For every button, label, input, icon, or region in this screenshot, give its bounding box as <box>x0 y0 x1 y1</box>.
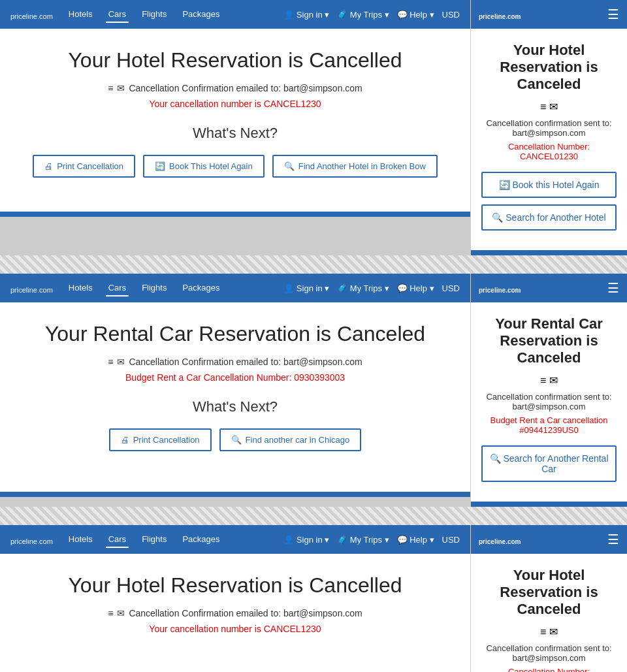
section2-mobile-blue-bar <box>471 502 627 507</box>
nav-hotels-3[interactable]: Hotels <box>66 532 95 548</box>
desktop-navbar-3: priceline.com Hotels Cars Flights Packag… <box>0 525 470 554</box>
section2-mobile-content: Your Rental Car Reservation is Canceled … <box>471 302 627 502</box>
mobile-logo-2[interactable]: priceline.com <box>479 281 521 296</box>
nav-packages-2[interactable]: Packages <box>180 280 222 296</box>
mobile-logo-1[interactable]: priceline.com <box>479 7 521 22</box>
section3: priceline.com Hotels Cars Flights Packag… <box>0 525 627 672</box>
section3-spacer <box>13 650 457 672</box>
print-icon-1: 🖨 <box>44 161 53 171</box>
signin-1[interactable]: 👤 Sign in ▾ <box>283 10 329 20</box>
section2-mobile-cancel: Budget Rent a Car cancellation #09441239… <box>481 415 617 435</box>
help-1[interactable]: 💬 Help ▾ <box>397 10 434 20</box>
section1-desktop-content: Your Hotel Reservation is Cancelled ≡ ✉ … <box>0 29 470 212</box>
nav-flights-3[interactable]: Flights <box>139 532 169 548</box>
signin-3[interactable]: 👤 Sign in ▾ <box>283 535 329 545</box>
mobile-navbar-2: priceline.com ☰ <box>471 274 627 302</box>
section3-mobile: priceline.com ☰ Your Hotel Reservation i… <box>470 525 627 672</box>
section2-blue-bar <box>0 492 470 497</box>
section1-btn-book[interactable]: 🔄 Book This Hotel Again <box>143 155 265 178</box>
section1-desktop: priceline.com Hotels Cars Flights Packag… <box>0 0 470 255</box>
hamburger-icon-3[interactable]: ☰ <box>607 532 619 547</box>
mytrips-2[interactable]: 🧳 My Trips ▾ <box>337 283 389 293</box>
nav-cars-3[interactable]: Cars <box>106 532 129 548</box>
section1-mobile-btn-search[interactable]: 🔍 Search for Another Hotel <box>481 204 617 231</box>
section2-mobile-title: Your Rental Car Reservation is Canceled <box>481 315 617 366</box>
lines-icon-2: ≡ <box>108 357 113 367</box>
section2-buttons: 🖨 Print Cancellation 🔍 Find another car … <box>13 428 457 451</box>
search-icon-1: 🔍 <box>284 161 295 171</box>
section1-mobile-title: Your Hotel Reservation is Canceled <box>481 42 617 93</box>
nav-cars-2[interactable]: Cars <box>106 280 129 296</box>
section2-btn-print[interactable]: 🖨 Print Cancellation <box>109 428 212 451</box>
mobile-navbar-3: priceline.com ☰ <box>471 525 627 554</box>
nav-right-2: 👤 Sign in ▾ 🧳 My Trips ▾ 💬 Help ▾ USD <box>283 283 460 293</box>
currency-1[interactable]: USD <box>442 10 460 20</box>
hamburger-icon-1[interactable]: ☰ <box>607 7 619 22</box>
help-3[interactable]: 💬 Help ▾ <box>397 535 434 545</box>
section2: priceline.com Hotels Cars Flights Packag… <box>0 274 627 507</box>
email-icon-m2: ✉ <box>549 375 558 386</box>
hamburger-icon-2[interactable]: ☰ <box>607 280 619 296</box>
search-icon-2: 🔍 <box>231 435 242 445</box>
section1: priceline.com Hotels Cars Flights Packag… <box>0 0 627 255</box>
section2-desktop-content: Your Rental Car Reservation is Canceled … <box>0 302 470 492</box>
search-icon-m1: 🔍 <box>492 212 503 223</box>
print-icon-2: 🖨 <box>121 435 129 445</box>
section3-cancel-num: Your cancellation number is CANCEL1230 <box>13 624 457 634</box>
email-icon-1: ✉ <box>117 83 125 93</box>
mytrips-1[interactable]: 🧳 My Trips ▾ <box>337 10 389 20</box>
nav-flights-2[interactable]: Flights <box>139 280 169 296</box>
currency-3[interactable]: USD <box>442 535 460 545</box>
section1-mobile-conf: Cancellation confirmation sent to: bart@… <box>481 118 617 138</box>
nav-links-2: Hotels Cars Flights Packages <box>66 280 223 296</box>
nav-cars-1[interactable]: Cars <box>106 7 129 23</box>
section2-title: Your Rental Car Reservation is Canceled <box>13 322 457 346</box>
mobile-logo-3[interactable]: priceline.com <box>479 532 521 547</box>
section2-whats-next: What's Next? <box>13 398 457 415</box>
section2-btn-find[interactable]: 🔍 Find another car in Chicago <box>219 428 362 451</box>
nav-flights-1[interactable]: Flights <box>139 7 169 23</box>
nav-links-1: Hotels Cars Flights Packages <box>66 7 223 23</box>
logo-2[interactable]: priceline.com <box>10 280 53 296</box>
logo-3[interactable]: priceline.com <box>10 531 53 548</box>
mytrips-3[interactable]: 🧳 My Trips ▾ <box>337 535 389 545</box>
help-2[interactable]: 💬 Help ▾ <box>397 283 434 293</box>
section1-mobile-content: Your Hotel Reservation is Canceled ≡ ✉ C… <box>471 29 627 250</box>
section1-cancel-num: Your cancellation number is CANCEL1230 <box>13 99 457 109</box>
section2-mobile: priceline.com ☰ Your Rental Car Reservat… <box>470 274 627 507</box>
nav-packages-3[interactable]: Packages <box>180 532 222 548</box>
lines-icon-m3: ≡ <box>540 626 546 637</box>
signin-2[interactable]: 👤 Sign in ▾ <box>283 283 329 293</box>
nav-packages-1[interactable]: Packages <box>180 7 222 23</box>
gap-2 <box>0 507 627 525</box>
nav-hotels-2[interactable]: Hotels <box>66 280 95 296</box>
tld-1: .com <box>37 12 53 20</box>
nav-hotels-1[interactable]: Hotels <box>66 7 95 23</box>
section2-mobile-email-line: ≡ ✉ <box>481 374 617 387</box>
nav-right-3: 👤 Sign in ▾ 🧳 My Trips ▾ 💬 Help ▾ USD <box>283 535 460 545</box>
refresh-icon-1: 🔄 <box>155 161 165 171</box>
section1-buttons: 🖨 Print Cancellation 🔄 Book This Hotel A… <box>13 155 457 178</box>
refresh-icon-m1: 🔄 <box>499 180 510 190</box>
section1-mobile-btn-book[interactable]: 🔄 Book this Hotel Again <box>481 172 617 198</box>
lines-icon-3: ≡ <box>108 608 113 618</box>
section3-title: Your Hotel Reservation is Cancelled <box>13 573 457 598</box>
section2-desktop: priceline.com Hotels Cars Flights Packag… <box>0 274 470 507</box>
email-icon-m3: ✉ <box>549 626 558 637</box>
section1-btn-find[interactable]: 🔍 Find Another Hotel in Broken Bow <box>272 155 438 178</box>
nav-right-1: 👤 Sign in ▾ 🧳 My Trips ▾ 💬 Help ▾ USD <box>283 10 460 20</box>
currency-2[interactable]: USD <box>442 283 460 293</box>
section1-btn-print[interactable]: 🖨 Print Cancellation <box>33 155 135 178</box>
section3-mobile-conf: Cancellation confirmation sent to: bart@… <box>481 643 617 663</box>
section1-title: Your Hotel Reservation is Cancelled <box>13 48 457 72</box>
section2-cancel-num: Budget Rent a Car Cancellation Number: 0… <box>13 372 457 383</box>
section3-mobile-email-line: ≡ ✉ <box>481 626 617 638</box>
section1-whats-next: What's Next? <box>13 125 457 142</box>
section2-mobile-btn-search[interactable]: 🔍 Search for Another Rental Car <box>481 445 617 482</box>
search-icon-m2: 🔍 <box>490 453 501 464</box>
lines-icon-m1: ≡ <box>540 101 546 112</box>
section2-conf-line: ≡ ✉ Cancellation Confirmation emailed to… <box>13 357 457 367</box>
logo-1[interactable]: priceline.com <box>10 6 53 23</box>
section1-mobile-cancel: Cancellation Number: CANCEL01230 <box>481 142 617 161</box>
section1-blue-bar <box>0 212 470 217</box>
